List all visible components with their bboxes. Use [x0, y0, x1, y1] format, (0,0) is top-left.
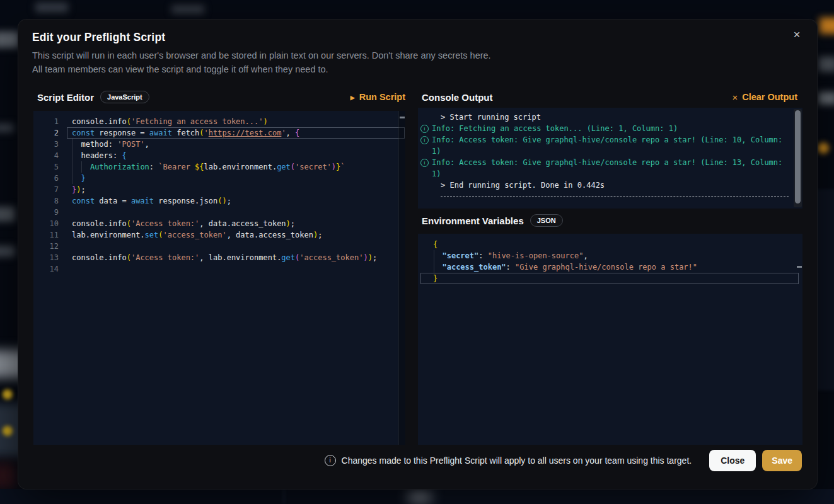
line-number: 13 — [33, 252, 59, 263]
script-code: 1console.info('Fetching an access token.… — [33, 111, 405, 275]
code-text: "secret": "hive-is-open-source", — [433, 250, 588, 261]
line-number: 12 — [33, 241, 59, 252]
indent-guide — [81, 161, 82, 173]
screen: × Edit your Preflight Script This script… — [0, 0, 834, 504]
environment-json: { "secret": "hive-is-open-source", "acce… — [418, 234, 802, 284]
javascript-badge: JavaScript — [100, 91, 149, 103]
backdrop-blur-shape — [429, 489, 834, 504]
console-header: Console Output × Clear Output — [418, 88, 802, 106]
line-number: 6 — [33, 173, 59, 184]
code-line[interactable]: { — [418, 239, 802, 250]
run-script-button[interactable]: ▶ Run Script — [350, 92, 405, 102]
indent-guide — [434, 250, 434, 273]
script-editor-title: Script Editor — [37, 92, 94, 103]
console-output-title: Console Output — [422, 92, 493, 103]
description-line: All team members can view the script and… — [32, 62, 491, 76]
code-line[interactable]: 12 — [33, 241, 405, 252]
code-line[interactable]: 8const data = await response.json(); — [33, 195, 405, 207]
code-line[interactable]: 2const response = await fetch('https://t… — [33, 127, 405, 139]
scrollbar-thumb[interactable] — [795, 110, 801, 203]
code-text: const response = await fetch('https://te… — [72, 127, 299, 139]
code-line[interactable]: "secret": "hive-is-open-source", — [418, 250, 802, 261]
backdrop-blur-shape — [818, 57, 834, 72]
console-scrollbar[interactable] — [794, 109, 802, 207]
code-line[interactable]: 10console.info('Access token:', data.acc… — [33, 218, 405, 229]
preflight-script-modal: × Edit your Preflight Script This script… — [18, 19, 818, 490]
footer-note-text: Changes made to this Preflight Script wi… — [342, 455, 692, 466]
environment-variables-title: Environment Variables — [422, 215, 524, 226]
backdrop-blur-shape — [3, 389, 13, 399]
environment-variables-editor[interactable]: { "secret": "hive-is-open-source", "acce… — [418, 234, 802, 445]
backdrop-blur-shape — [0, 489, 834, 504]
description-line: This script will run in each user's brow… — [32, 49, 491, 62]
code-line[interactable]: 7}); — [33, 184, 405, 195]
script-editor-header: Script Editor JavaScript ▶ Run Script — [33, 88, 405, 106]
modal-title: Edit your Preflight Script — [32, 31, 165, 44]
console-log: > Start running scriptiInfo: Fetching an… — [418, 108, 802, 197]
backdrop-blur-shape — [816, 189, 834, 391]
code-text: const data = await response.json(); — [72, 195, 231, 207]
close-icon[interactable]: × — [788, 26, 806, 43]
modal-description: This script will run in each user's brow… — [32, 49, 491, 76]
info-icon: i — [420, 159, 429, 167]
code-text: Authorization: `Bearer ${lab.environment… — [72, 161, 345, 173]
code-text: console.info('Access token:', data.acces… — [72, 218, 295, 229]
backdrop-blur-shape — [171, 5, 204, 14]
footer-note: i Changes made to this Preflight Script … — [325, 455, 692, 466]
editor-scrollbar[interactable] — [398, 111, 405, 445]
line-number: 2 — [33, 127, 59, 139]
line-number: 14 — [33, 263, 59, 275]
code-text: } — [72, 173, 86, 184]
backdrop-blur-shape — [35, 3, 68, 13]
console-entry: iInfo: Access token: Give graphql-hive/c… — [418, 134, 802, 157]
console-entry: > Start running script — [418, 112, 802, 123]
code-line[interactable]: 3 method: 'POST', — [33, 139, 405, 150]
line-number: 7 — [33, 184, 59, 195]
run-script-label: Run Script — [359, 92, 405, 102]
backdrop-blur-shape — [0, 32, 19, 48]
code-text: } — [433, 273, 437, 284]
line-number: 10 — [33, 218, 59, 229]
line-number: 5 — [33, 161, 59, 173]
console-entry: iInfo: Access token: Give graphql-hive/c… — [418, 157, 802, 180]
console-entry: iInfo: Fetching an access token... (Line… — [418, 123, 802, 134]
console-entry-text: > End running script. Done in 0.442s — [441, 181, 605, 190]
modal-footer: i Changes made to this Preflight Script … — [33, 449, 802, 472]
backdrop-blur-shape — [408, 493, 431, 501]
code-line[interactable]: 5 Authorization: `Bearer ${lab.environme… — [33, 161, 405, 173]
info-icon: i — [420, 125, 429, 133]
code-line[interactable]: 11lab.environment.set('access_token', da… — [33, 229, 405, 241]
code-text: { — [433, 239, 437, 250]
indent-guide — [72, 139, 73, 184]
clear-output-button[interactable]: × Clear Output — [732, 92, 797, 103]
code-line[interactable]: 1console.info('Fetching an access token.… — [33, 116, 405, 127]
code-line[interactable]: 6 } — [33, 173, 405, 184]
line-number: 11 — [33, 229, 59, 241]
script-editor[interactable]: 1console.info('Fetching an access token.… — [33, 111, 405, 445]
save-button[interactable]: Save — [762, 450, 802, 471]
line-number: 3 — [33, 139, 59, 150]
code-line[interactable]: "access_token": "Give graphql-hive/conso… — [418, 261, 802, 273]
code-text: console.info('Access token:', lab.enviro… — [72, 252, 377, 263]
close-button[interactable]: Close — [709, 450, 756, 471]
play-icon: ▶ — [350, 94, 355, 101]
clear-icon: × — [732, 91, 738, 102]
backdrop-blur-shape — [0, 207, 15, 222]
backdrop-blur-shape — [283, 489, 285, 504]
code-text: "access_token": "Give graphql-hive/conso… — [433, 261, 697, 273]
backdrop-blur-shape — [0, 123, 14, 132]
info-icon: i — [420, 136, 429, 144]
code-text: method: 'POST', — [72, 139, 149, 150]
code-line[interactable]: } — [418, 273, 802, 284]
code-line[interactable]: 14 — [33, 263, 405, 275]
line-number: 1 — [33, 116, 59, 127]
code-line[interactable]: 13console.info('Access token:', lab.envi… — [33, 252, 405, 263]
backdrop-blur-shape — [818, 142, 829, 154]
console-entry-text: Info: Fetching an access token... (Line:… — [432, 124, 678, 133]
line-number: 8 — [33, 195, 59, 207]
code-line[interactable]: 9 — [33, 207, 405, 218]
code-line[interactable]: 4 headers: { — [33, 150, 405, 161]
console-entry-text: Info: Access token: Give graphql-hive/co… — [432, 158, 782, 178]
backdrop-blur-shape — [0, 463, 16, 488]
overview-ruler-mark — [797, 266, 802, 268]
